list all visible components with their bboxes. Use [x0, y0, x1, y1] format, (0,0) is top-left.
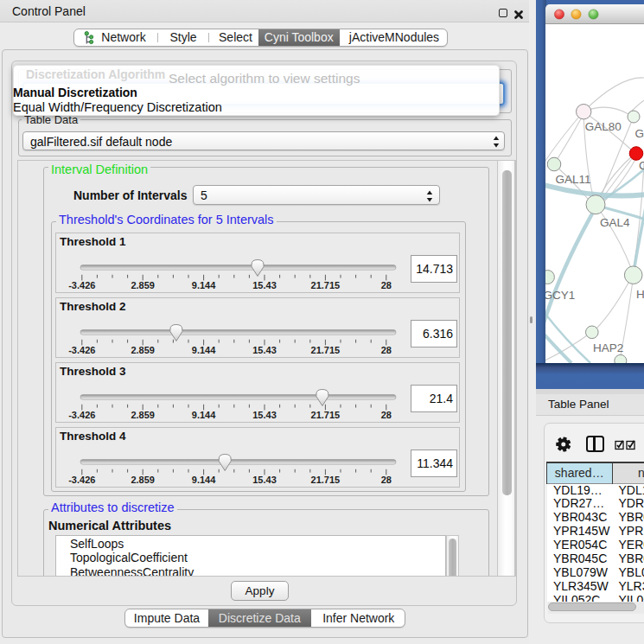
svg-text:-3.426: -3.426: [68, 410, 95, 420]
svg-text:2.859: 2.859: [131, 280, 155, 290]
svg-text:21.715: 21.715: [311, 475, 341, 485]
svg-text:21.715: 21.715: [311, 345, 341, 355]
svg-text:2.859: 2.859: [131, 410, 155, 420]
svg-text:H: H: [636, 288, 644, 301]
svg-text:15.43: 15.43: [252, 345, 277, 355]
svg-text:GAL80: GAL80: [585, 120, 622, 133]
svg-text:GAL4: GAL4: [600, 216, 630, 229]
svg-text:-3.426: -3.426: [68, 345, 95, 355]
svg-text:2.859: 2.859: [131, 475, 155, 485]
svg-text:GAL11: GAL11: [556, 173, 591, 186]
svg-text:-3.426: -3.426: [68, 280, 95, 290]
svg-text:28: 28: [381, 345, 392, 355]
svg-text:28: 28: [381, 475, 392, 485]
svg-text:HAP2: HAP2: [593, 341, 623, 354]
svg-text:GA: GA: [634, 127, 644, 140]
svg-text:15.43: 15.43: [252, 475, 277, 485]
svg-text:28: 28: [381, 410, 392, 420]
svg-text:28: 28: [381, 280, 392, 290]
svg-text:15.43: 15.43: [252, 280, 277, 290]
svg-text:9.144: 9.144: [192, 475, 216, 485]
svg-text:GCY1: GCY1: [545, 289, 575, 302]
svg-text:21.715: 21.715: [311, 410, 341, 420]
svg-text:9.144: 9.144: [192, 280, 216, 290]
svg-text:C: C: [639, 159, 644, 172]
svg-text:21.715: 21.715: [311, 280, 341, 290]
svg-text:9.144: 9.144: [192, 345, 216, 355]
svg-text:-3.426: -3.426: [68, 475, 95, 485]
svg-text:2.859: 2.859: [131, 345, 155, 355]
svg-text:15.43: 15.43: [252, 410, 277, 420]
svg-text:9.144: 9.144: [192, 410, 216, 420]
